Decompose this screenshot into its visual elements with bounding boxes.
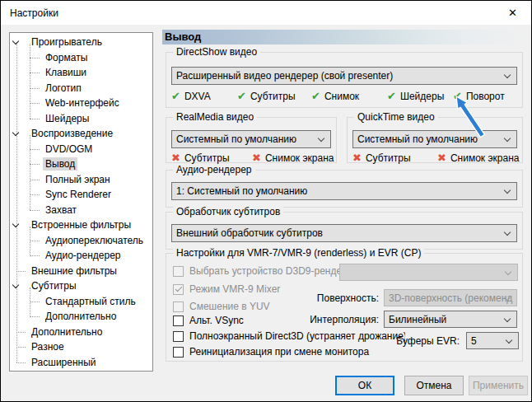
chevron-down-icon (504, 229, 511, 236)
feature-label: Субтитры (366, 152, 411, 164)
realmedia-renderer-select[interactable]: Системный по умолчанию (171, 130, 331, 148)
selected-value: Системный по умолчанию (357, 133, 478, 145)
sidebar-item-output[interactable]: Вывод (10, 157, 152, 172)
group-label: QuickTime видео (354, 111, 438, 123)
checkbox-box (173, 347, 184, 358)
cancel-button[interactable]: Отмена (404, 376, 464, 395)
subtitle-renderer-select[interactable]: Внешний обработчик субтитров (171, 224, 517, 242)
sidebar-item-label: Клавиши (43, 66, 89, 79)
ok-button[interactable]: ОК (335, 376, 394, 395)
sidebar-item-logo[interactable]: Логотип (10, 81, 152, 96)
sidebar-item-label: Полный экран (43, 173, 113, 186)
yuv-mixing-checkbox[interactable]: Смешение в YUV (173, 301, 270, 312)
group-label: RealMedia видео (173, 111, 257, 123)
sidebar-item-external-filters[interactable]: Внешние фильтры (10, 264, 152, 279)
vmr9-mixer-checkbox[interactable]: Режим VMR-9 Mixer (173, 283, 280, 295)
sidebar-item-internal-filters[interactable]: Встроенные фильтры (10, 217, 152, 233)
sidebar-item-misc[interactable]: Дополнительно (10, 325, 152, 340)
selected-value: 3D-поверхность (рекоменд (389, 292, 512, 304)
subtitle-renderer-group: Обработчик субтитров Внешний обработчик … (166, 212, 523, 250)
sidebar-item-advanced[interactable]: Расширенный (10, 355, 152, 371)
chevron-down-icon (504, 135, 511, 142)
sidebar-item-label: Аудио-рендерер (43, 249, 124, 262)
close-icon[interactable]: ✕ (494, 1, 531, 25)
chevron-down-icon[interactable] (12, 221, 19, 227)
feature-label: Снимок экрана (450, 152, 520, 164)
chevron-down-icon (318, 135, 324, 142)
cross-icon: ✖ (437, 152, 446, 164)
checkbox-label: Смешение в YUV (189, 301, 270, 312)
checkbox-label: Реинициализация при смене монитора (189, 346, 369, 358)
sidebar-item-keys[interactable]: Клавиши (10, 65, 152, 81)
output-page: Вывод DirectShow видео Расширенный видео… (162, 30, 526, 369)
tree-children-player: Форматы Клавиши Логотип Web-интерфейс Ше… (10, 50, 152, 127)
sidebar-item-label: Аудиопереключатель (43, 234, 146, 247)
sidebar-item-audio-switcher[interactable]: Аудиопереключатель (10, 233, 152, 249)
sidebar-item-capture[interactable]: Захват (10, 203, 152, 218)
sidebar-item-webui[interactable]: Web-интерфейс (10, 96, 152, 111)
checkbox-box (173, 266, 184, 277)
selected-value: Расширенный видео рендерер (свой present… (176, 70, 393, 82)
sidebar-item-label: Дополнительно (29, 325, 105, 339)
tree-children-internal-filters: Аудиопереключатель Аудио-рендерер (10, 233, 152, 264)
chevron-down-icon (504, 187, 511, 194)
checkbox-box (173, 284, 184, 295)
check-icon: ✔ (453, 90, 462, 102)
checkbox-label: Полноэкранный Direct3D (устраняет дрожан… (189, 330, 405, 342)
titlebar: Настройки ✕ (1, 1, 531, 25)
sidebar-item-default-style[interactable]: Стандартный стиль (10, 294, 152, 310)
feature-shaders: ✔Шейдеры (387, 90, 453, 102)
chevron-down-icon (504, 72, 511, 78)
d3d9-device-select (339, 264, 518, 281)
directshow-renderer-select[interactable]: Расширенный видео рендерер (свой present… (171, 67, 517, 85)
quicktime-feature-row: ✖Субтитры ✖Снимок экрана (352, 152, 519, 164)
chevron-down-icon (505, 269, 511, 275)
selected-value: Внешний обработчик субтитров (176, 227, 323, 239)
sidebar-item-sync-renderer[interactable]: Sync Renderer (10, 187, 152, 203)
sidebar-item-tweaks[interactable]: Разное (10, 339, 152, 355)
realmedia-group: RealMedia видео Системный по умолчанию ✖… (166, 117, 337, 163)
quicktime-group: QuickTime видео Системный по умолчанию ✖… (347, 117, 523, 163)
sidebar-item-subtitles-misc[interactable]: Дополнительно (10, 309, 152, 325)
sidebar-item-playback[interactable]: Воспроизведение (10, 126, 152, 142)
surface-label: Поверхность: (313, 292, 379, 304)
sidebar-item-dvd-ogm[interactable]: DVD/OGM (10, 142, 152, 157)
checkbox-label: Выбрать устройство D3D9-рендеринг (189, 265, 339, 277)
sidebar-item-fullscreen[interactable]: Полный экран (10, 172, 152, 188)
sidebar-item-formats[interactable]: Форматы (10, 50, 152, 66)
chevron-down-icon[interactable] (12, 282, 19, 288)
evr-buffers-select[interactable]: 5 (466, 332, 519, 349)
d3d9-device-checkbox[interactable]: Выбрать устройство D3D9-рендеринг (173, 265, 339, 277)
tree-children-playback: DVD/OGM Вывод Полный экран Sync Renderer… (10, 142, 152, 218)
reinit-on-monitor-change-checkbox[interactable]: Реинициализация при смене монитора (173, 346, 369, 358)
directshow-feature-row: ✔DXVA ✔Субтитры ✔Снимок ✔Шейдеры ✔Поворо… (171, 90, 519, 102)
realmedia-feature-row: ✖Субтитры ✖Снимок экрана (171, 152, 334, 164)
interpolation-select[interactable]: Билинейный (384, 311, 517, 328)
selected-value: Системный по умолчанию (176, 133, 296, 145)
chevron-down-icon[interactable] (12, 38, 19, 44)
selected-value: Билинейный (389, 314, 446, 325)
alt-vsync-checkbox[interactable]: Альт. VSync (173, 315, 244, 326)
sidebar-item-label: Форматы (43, 51, 90, 64)
sidebar-item-label: Дополнительно (43, 310, 119, 323)
sidebar-item-player[interactable]: Проигрыватель (10, 35, 152, 50)
sidebar-item-audio-renderer[interactable]: Аудио-рендерер (10, 248, 152, 264)
quicktime-renderer-select[interactable]: Системный по умолчанию (352, 130, 517, 148)
sidebar-item-label: DVD/OGM (43, 143, 95, 156)
sidebar-item-label: Разное (29, 340, 67, 353)
fullscreen-d3d-checkbox[interactable]: Полноэкранный Direct3D (устраняет дрожан… (173, 330, 405, 342)
checkbox-box (173, 316, 184, 326)
feature-snapshot-unsupported: ✖Снимок экрана (252, 152, 334, 164)
interpolation-label: Интерполяция: (306, 314, 379, 325)
sidebar-item-label: Проигрыватель (29, 35, 105, 49)
sidebar-item-subtitles[interactable]: Субтитры (10, 278, 152, 294)
sidebar-item-label: Субтитры (29, 279, 79, 292)
feature-subtitles: ✔Субтитры (237, 90, 311, 102)
page-title: Вывод (162, 30, 526, 44)
audio-renderer-group: Аудио-рендерер 1: Системный по умолчанию (166, 170, 523, 208)
sidebar-item-label: Захват (43, 203, 79, 217)
chevron-down-icon[interactable] (12, 129, 19, 136)
audio-renderer-select[interactable]: 1: Системный по умолчанию (171, 182, 517, 200)
sidebar-item-shaders[interactable]: Шейдеры (10, 111, 152, 127)
feature-label: Шейдеры (400, 91, 444, 102)
